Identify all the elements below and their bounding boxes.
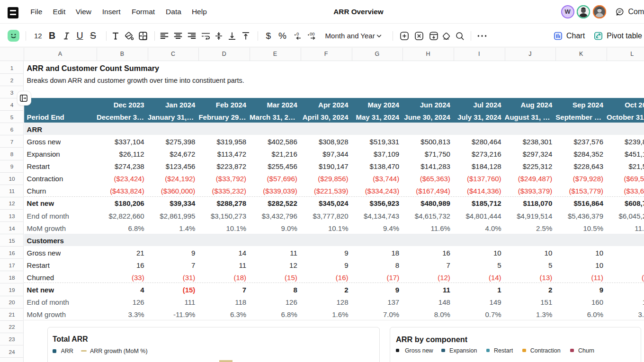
svg-text:00: 00 — [310, 32, 315, 36]
svg-text:0: 0 — [296, 32, 299, 36]
